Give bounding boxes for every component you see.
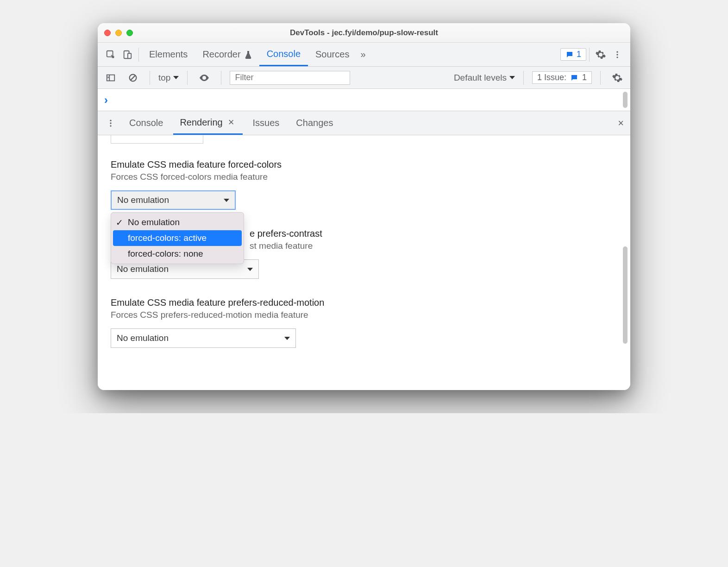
rendering-panel: Emulate CSS media feature forced-colors … [98, 135, 630, 390]
svg-point-5 [616, 57, 618, 58]
svg-point-9 [110, 122, 111, 124]
traffic-lights [104, 30, 133, 36]
titlebar: DevTools - jec.fyi/demo/pup-slow-result [98, 23, 630, 43]
chevron-down-icon [509, 76, 515, 79]
drawer-toolbar: Console Rendering × Issues Changes × [98, 111, 630, 135]
dropdown-option-label: No emulation [128, 217, 180, 227]
chevron-down-icon [224, 199, 229, 202]
tab-console[interactable]: Console [259, 43, 308, 66]
clear-console-icon[interactable] [125, 69, 141, 86]
chevron-down-icon [173, 76, 179, 79]
filter-divider [600, 71, 601, 85]
window-title: DevTools - jec.fyi/demo/pup-slow-result [98, 28, 630, 38]
execution-context-label: top [158, 73, 170, 83]
flask-icon [245, 50, 252, 59]
message-icon [570, 74, 578, 82]
minimize-window-button[interactable] [115, 30, 122, 36]
drawer-more-icon[interactable] [102, 115, 119, 132]
toolbar-divider [589, 48, 590, 62]
forced-colors-section: Emulate CSS media feature forced-colors … [111, 159, 617, 210]
prefers-reduced-motion-subtitle: Forces CSS prefers-reduced-motion media … [111, 310, 617, 320]
inspect-element-icon[interactable] [102, 46, 119, 63]
forced-colors-subtitle: Forces CSS forced-colors media feature [111, 172, 617, 182]
log-levels-label: Default levels [454, 73, 507, 83]
issues-badge-count: 1 [577, 50, 581, 59]
prefers-reduced-motion-title: Emulate CSS media feature prefers-reduce… [111, 297, 617, 308]
drawer-tab-rendering-label: Rendering [180, 117, 222, 128]
issues-counter-label: 1 Issue: [537, 73, 566, 82]
tab-recorder[interactable]: Recorder [195, 43, 259, 66]
console-sidebar-toggle-icon[interactable] [102, 69, 119, 86]
filter-divider [221, 71, 221, 85]
prefers-reduced-motion-select[interactable]: No emulation [111, 328, 296, 348]
tab-sources[interactable]: Sources [308, 43, 357, 66]
dropdown-option-label: forced-colors: active [128, 233, 207, 243]
forced-colors-select-value: No emulation [117, 195, 169, 205]
log-levels-selector[interactable]: Default levels [454, 73, 515, 83]
close-window-button[interactable] [104, 30, 111, 36]
prefers-contrast-select-value: No emulation [117, 264, 169, 274]
prefers-contrast-title-text: e prefers-contrast [250, 228, 322, 239]
execution-context-selector[interactable]: top [158, 73, 179, 83]
dropdown-option-active[interactable]: forced-colors: active [113, 230, 242, 246]
prefers-reduced-motion-select-value: No emulation [117, 333, 169, 343]
prefers-reduced-motion-section: Emulate CSS media feature prefers-reduce… [111, 297, 617, 348]
forced-colors-select[interactable]: No emulation [111, 190, 236, 210]
tab-recorder-label: Recorder [202, 49, 240, 60]
devtools-window: DevTools - jec.fyi/demo/pup-slow-result … [98, 23, 630, 390]
forced-colors-title: Emulate CSS media feature forced-colors [111, 159, 617, 170]
chevron-down-icon [247, 268, 253, 271]
console-settings-gear-icon[interactable] [609, 69, 626, 86]
toolbar-divider [138, 48, 139, 62]
filter-divider [150, 71, 150, 85]
tab-elements[interactable]: Elements [142, 43, 195, 66]
console-prompt[interactable]: › [98, 89, 630, 111]
drawer-tab-console[interactable]: Console [123, 111, 169, 135]
console-filter-bar: top Default levels 1 Issue: 1 [98, 67, 630, 89]
forced-colors-dropdown: ✓ No emulation forced-colors: active for… [111, 212, 244, 264]
prompt-chevron-icon: › [104, 94, 108, 107]
filter-divider [523, 71, 524, 85]
console-filter-input[interactable] [230, 71, 350, 85]
prefers-contrast-sub-text: st media feature [250, 241, 313, 251]
device-toolbar-icon[interactable] [119, 46, 136, 63]
close-drawer-icon[interactable]: × [616, 117, 626, 129]
main-toolbar: Elements Recorder Console Sources » 1 [98, 43, 630, 67]
svg-point-8 [110, 120, 111, 121]
dropdown-option-no-emulation[interactable]: ✓ No emulation [111, 214, 244, 230]
tabs-overflow-button[interactable]: » [357, 43, 369, 66]
filter-divider [187, 71, 188, 85]
issues-counter-count: 1 [582, 73, 587, 82]
scrollbar-thumb[interactable] [623, 246, 628, 344]
drawer-tab-changes[interactable]: Changes [289, 111, 339, 135]
svg-point-3 [616, 51, 618, 52]
svg-point-10 [110, 125, 111, 126]
more-options-icon[interactable] [609, 46, 626, 63]
check-icon: ✓ [116, 217, 123, 228]
dropdown-option-none[interactable]: forced-colors: none [111, 246, 244, 262]
dropdown-option-label: forced-colors: none [128, 249, 203, 258]
chevron-down-icon [284, 337, 290, 340]
svg-rect-2 [128, 53, 131, 58]
live-expression-eye-icon[interactable] [196, 69, 213, 86]
svg-point-4 [616, 54, 618, 55]
partial-select-above [111, 135, 203, 144]
issues-counter[interactable]: 1 Issue: 1 [532, 71, 592, 84]
drawer-tab-rendering[interactable]: Rendering × [173, 111, 242, 135]
zoom-window-button[interactable] [126, 30, 133, 36]
message-icon [565, 50, 574, 59]
issues-badge[interactable]: 1 [560, 48, 586, 61]
settings-gear-icon[interactable] [592, 46, 609, 63]
close-tab-icon[interactable]: × [226, 116, 236, 128]
drawer-tab-issues[interactable]: Issues [246, 111, 286, 135]
